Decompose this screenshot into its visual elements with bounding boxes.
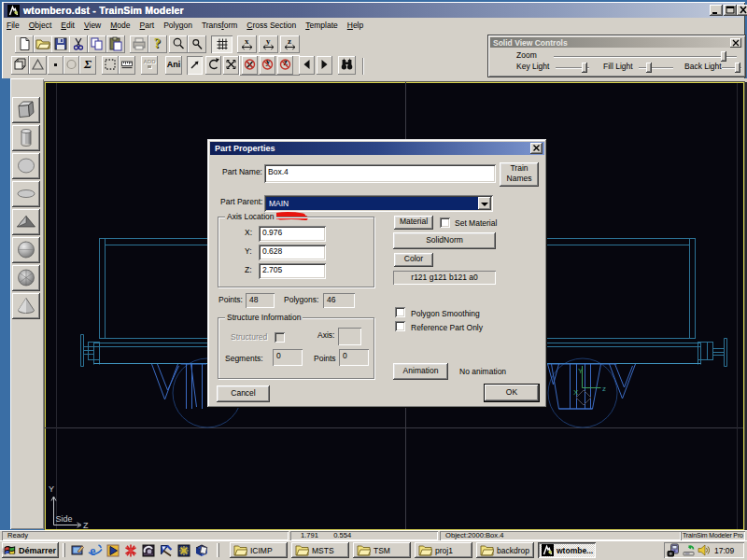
create-box-button[interactable] [12,97,40,123]
material-button[interactable]: Material [394,216,433,230]
axis-z-button[interactable]: z [280,35,300,53]
quicklaunch-star-icon[interactable] [123,543,138,558]
point-tool-button[interactable] [48,56,63,75]
create-smooth-sphere-button[interactable] [12,237,40,263]
zoom-in-button[interactable] [169,35,188,53]
copy-button[interactable] [88,35,106,53]
create-faceted-sphere-button[interactable] [12,265,40,291]
lock-x-button[interactable] [242,56,258,75]
create-cylinder-button[interactable] [12,125,40,151]
prev-button[interactable] [299,56,315,75]
new-button[interactable] [15,35,34,53]
create-disc-button[interactable] [12,181,40,207]
menu-transform[interactable]: Transform [197,20,242,31]
tray-device-icon[interactable] [667,543,681,557]
menu-object[interactable]: Object [24,20,57,31]
lock-y-button[interactable]: y [260,56,275,75]
create-wedge-button[interactable] [12,209,40,235]
minimize-button[interactable] [710,5,723,16]
polygon-smoothing-checkbox[interactable] [395,307,405,317]
axis-y-button[interactable]: y [259,35,278,53]
rotate-tool-button[interactable] [205,56,221,75]
solid-box-tool-button[interactable] [11,56,29,75]
tray-volume-icon[interactable] [697,543,711,557]
ok-button[interactable]: OK [485,385,539,401]
cancel-button[interactable]: Cancel [217,385,270,402]
set-material-checkbox[interactable] [440,217,450,228]
structured-checkbox[interactable] [275,332,285,343]
quicklaunch-media-icon[interactable] [106,543,120,558]
axis-z-input[interactable]: 2.705 [259,263,326,279]
paste-button[interactable] [106,35,125,53]
create-cone-button[interactable] [12,293,40,319]
palette-title-bar[interactable]: Solid View Controls [490,37,743,48]
material-name-button[interactable]: SolidNorm [393,232,496,249]
circle-tool-button[interactable] [63,56,79,75]
open-button[interactable] [34,35,52,53]
zoom-slider-track[interactable] [554,56,737,58]
sigma-tool-button[interactable]: Σ [79,56,96,75]
back-light-slider-thumb[interactable] [735,63,740,73]
axis-x-input[interactable]: 0.976 [259,226,326,242]
zoom-out-button[interactable] [188,35,206,53]
close-button[interactable] [737,5,747,16]
menu-view[interactable]: View [79,20,106,31]
title-bar[interactable]: wtombero.dst - TrainSim Modeler [4,3,743,18]
triangle-tool-button[interactable] [29,56,47,75]
select-rect-tool-button[interactable] [102,56,119,75]
axis-x-button[interactable]: x [237,35,257,53]
start-button[interactable]: Démarrer [2,542,59,558]
find-button[interactable] [338,56,356,75]
task-proj1[interactable]: proj1 [415,542,472,558]
menu-file[interactable]: File [2,20,24,31]
grid-toggle-button[interactable] [211,35,233,53]
add-tool-button[interactable]: ADD [141,56,158,75]
part-parent-combo[interactable]: MAIN [264,195,493,212]
menu-cross-section[interactable]: Cross Section [242,20,301,31]
menu-template[interactable]: Template [301,20,343,31]
move-tool-button[interactable] [187,56,203,75]
menu-help[interactable]: Help [343,20,368,31]
scale-tool-button[interactable] [223,56,239,75]
quicklaunch-grid-icon[interactable] [176,543,191,558]
menu-edit[interactable]: Edit [56,20,79,31]
task-icimp[interactable]: ICIMP [230,542,288,558]
menu-polygon[interactable]: Polygon [159,20,197,31]
cut-button[interactable] [69,35,88,53]
create-sphere-button[interactable] [12,153,40,179]
help-button[interactable]: ? ? [148,35,167,53]
task-backdrop[interactable]: backdrop [476,542,534,558]
next-button[interactable] [317,56,332,75]
key-light-slider-thumb[interactable] [582,63,587,73]
palette-close-button[interactable] [730,38,741,48]
lock-z-button[interactable]: z [277,56,293,75]
dialog-close-button[interactable] [530,143,543,154]
quicklaunch-tools-icon[interactable] [159,543,174,558]
maximize-button[interactable] [724,5,737,16]
quicklaunch-desktop-icon[interactable] [70,543,85,558]
quicklaunch-image-icon[interactable] [141,543,156,558]
part-name-input[interactable]: Box.4 [264,164,496,183]
color-button[interactable]: Color [394,253,433,267]
train-names-button[interactable]: Train Names [500,162,539,187]
quicklaunch-send-icon[interactable] [194,543,209,558]
fill-light-slider-track[interactable] [639,67,673,69]
save-button[interactable] [51,35,70,53]
quicklaunch-ie-icon[interactable]: e [88,543,103,558]
measure-tool-button[interactable] [119,56,135,75]
menu-part[interactable]: Part [135,20,160,31]
dialog-title-bar[interactable]: Part Properties [210,142,544,155]
task-wtombero[interactable]: wtombe... [538,542,596,558]
combo-dropdown-button[interactable] [478,197,491,210]
print-button[interactable] [130,35,148,53]
menu-mode[interactable]: Mode [106,20,134,31]
animation-tool-button[interactable]: Ani [165,56,182,75]
tray-eject-hardware-icon[interactable] [682,543,696,557]
task-tsm[interactable]: TSM [353,542,411,558]
axis-y-input[interactable]: 0.628 [259,245,326,260]
fill-light-slider-thumb[interactable] [646,63,652,73]
zoom-slider-thumb[interactable] [721,51,726,62]
reference-part-checkbox[interactable] [395,321,405,331]
animation-button[interactable]: Animation [393,363,448,380]
task-msts[interactable]: MSTS [291,542,349,558]
